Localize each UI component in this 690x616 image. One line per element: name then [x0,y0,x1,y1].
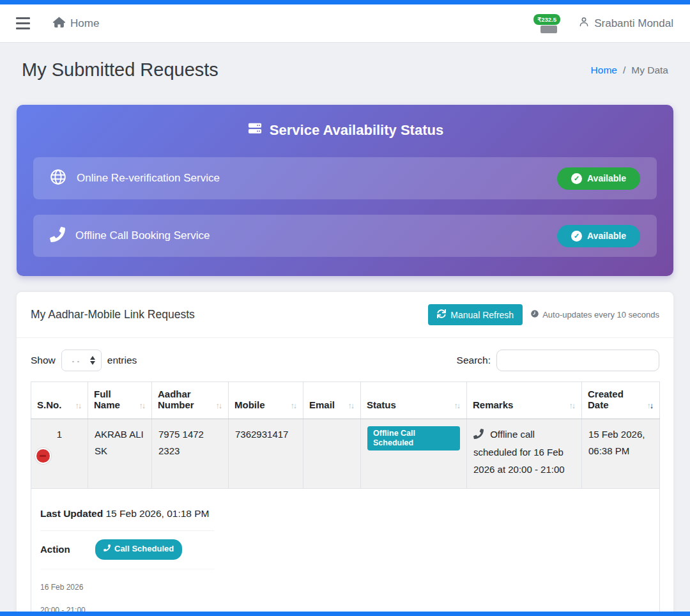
breadcrumb-separator: / [623,65,625,76]
entries-label: entries [107,355,137,366]
wallet-button[interactable]: ₹232.5 [533,13,564,35]
requests-card: My Aadhar-Mobile Link Requests Manual Re… [17,292,673,616]
call-scheduled-badge[interactable]: Call Scheduled [95,539,182,560]
column-header-remarks[interactable]: Remarks↑↓ [467,382,582,419]
sort-icon: ↑↓ [348,401,355,410]
phone-icon [50,227,65,245]
wallet-icon [540,26,557,33]
cell-mobile: 7362931417 [229,419,303,489]
requests-card-title: My Aadhar-Mobile Link Requests [31,308,420,321]
collapse-row-button[interactable] [35,448,51,464]
user-icon [578,16,590,31]
search-label: Search: [457,355,491,366]
column-header-created-date[interactable]: Created Date↑↓ [582,382,660,419]
clock-icon [530,309,539,320]
cell-status: Offline Call Scheduled [361,419,467,489]
phone-icon [103,542,111,557]
service-name: Offline Call Booking Service [75,229,210,242]
top-accent-bar [0,0,690,4]
service-availability-panel: Service Availability Status Online Re-ve… [17,105,673,276]
refresh-icon [437,309,446,320]
cell-full-name: AKRAB ALI SK [88,419,152,489]
column-header-full-name[interactable]: Full Name↑↓ [88,382,152,419]
bottom-accent-bar [0,612,690,616]
column-header-aadhar-number[interactable]: Aadhar Number↑↓ [152,382,229,419]
expanded-detail-row: Last Updated 15 Feb 2026, 01:18 PM Actio… [31,489,660,616]
sort-icon: ↑↓ [75,401,82,410]
service-panel-title: Service Availability Status [33,121,657,139]
status-badge-available-green: ✓ Available [557,167,640,190]
column-header-status[interactable]: Status↑↓ [361,382,467,419]
sort-icon: ↑↓ [569,401,576,410]
wallet-balance-badge: ₹232.5 [533,14,560,25]
page-title: My Submitted Requests [22,59,218,81]
sort-icon-active-desc: ↑↓ [647,401,654,410]
requests-table: S.No.↑↓ Full Name↑↓ Aadhar Number↑↓ Mobi… [31,381,660,616]
user-menu[interactable]: Srabanti Mondal [578,16,673,31]
search-input[interactable] [496,350,659,371]
globe-icon [50,169,66,188]
nav-home-label: Home [70,17,99,30]
entries-select[interactable] [61,350,102,371]
sort-icon: ↑↓ [454,401,461,410]
detail-last-updated: Last Updated 15 Feb 2026, 01:18 PM [40,498,214,531]
remarks-text: Offline call scheduled for 16 Feb 2026 a… [473,429,565,475]
breadcrumb: Home / My Data [591,65,668,76]
column-header-sno[interactable]: S.No.↑↓ [31,382,88,419]
column-header-mobile[interactable]: Mobile↑↓ [229,382,303,419]
menu-toggle-icon[interactable] [16,17,30,29]
user-name: Srabanti Mondal [594,17,673,30]
phone-icon [473,430,486,441]
breadcrumb-home-link[interactable]: Home [591,65,617,76]
detail-action: Action Call Scheduled [40,531,214,569]
cell-sno: 1 [31,419,88,489]
sort-icon: ↑↓ [216,401,223,410]
service-row-offline-call-booking: Offline Call Booking Service ✓ Available [33,215,657,257]
column-header-email[interactable]: Email↑↓ [303,382,361,419]
manual-refresh-button[interactable]: Manual Refresh [428,304,523,325]
cell-created-date: 15 Feb 2026, 06:38 PM [582,419,660,489]
breadcrumb-current: My Data [631,65,668,76]
service-name: Online Re-verification Service [77,172,220,185]
sort-icon: ↑↓ [139,401,146,410]
status-badge-available-teal: ✓ Available [557,225,640,247]
server-icon [247,121,263,139]
navbar: Home ₹232.5 Srabanti Mondal [0,4,690,43]
auto-update-note: Auto-updates every 10 seconds [530,309,659,320]
detail-scheduled-date: 16 Feb 2026 [40,569,214,594]
check-circle-icon: ✓ [571,231,582,242]
service-row-online-reverification: Online Re-verification Service ✓ Availab… [33,157,657,199]
cell-remarks: Offline call scheduled for 16 Feb 2026 a… [467,419,582,489]
table-row: 1 AKRAB ALI SK 7975 1472 2323 7362931417… [31,419,660,489]
cell-aadhar-number: 7975 1472 2323 [152,419,229,489]
nav-home-link[interactable]: Home [53,17,99,31]
check-circle-icon: ✓ [571,173,582,184]
show-label: Show [31,355,56,366]
home-icon [53,17,65,31]
cell-email [303,419,361,489]
status-badge-offline-call-scheduled: Offline Call Scheduled [367,426,460,450]
sort-icon: ↑↓ [291,401,298,410]
select-stepper-icon [90,356,95,365]
